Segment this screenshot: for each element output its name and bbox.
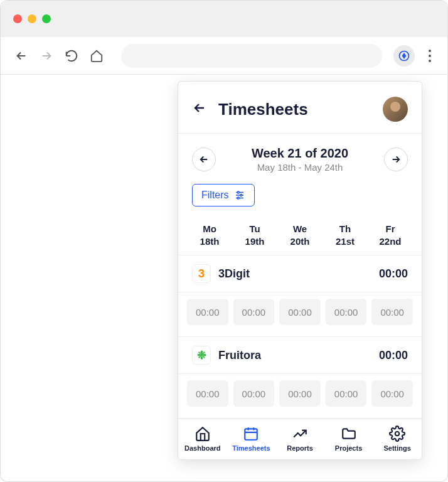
day-column: Tu19th — [232, 223, 277, 247]
nav-label: Dashboard — [184, 444, 220, 452]
page-title: Timesheets — [218, 100, 383, 119]
nav-label: Projects — [335, 444, 362, 452]
address-bar[interactable] — [121, 44, 382, 68]
nav-settings[interactable]: Settings — [373, 426, 422, 452]
project-name: Fruitora — [218, 349, 379, 362]
extension-panel: Timesheets Week 21 of 2020 May 18th - Ma… — [178, 81, 422, 460]
filters-label: Filters — [201, 190, 229, 201]
home-button[interactable] — [90, 49, 104, 63]
project-name: 3Digit — [218, 267, 379, 281]
close-window-button[interactable] — [13, 14, 22, 23]
bottom-nav: Dashboard Timesheets Reports Projects Se… — [178, 419, 422, 459]
gear-icon — [389, 426, 405, 442]
day-column: Th21st — [323, 223, 368, 247]
minimize-window-button[interactable] — [28, 14, 36, 23]
browser-menu-button[interactable] — [426, 47, 434, 65]
calendar-icon — [243, 426, 259, 442]
project-row[interactable]: 3 3Digit 00:00 — [178, 255, 422, 292]
nav-timesheets[interactable]: Timesheets — [227, 426, 276, 452]
week-title: Week 21 of 2020 — [216, 146, 384, 161]
prev-week-button[interactable] — [192, 147, 216, 171]
day-column: We20th — [277, 223, 323, 247]
week-info: Week 21 of 2020 May 18th - May 24th — [216, 146, 384, 173]
svg-point-6 — [237, 197, 239, 199]
panel-back-button[interactable] — [192, 100, 207, 118]
svg-point-4 — [237, 191, 239, 193]
nav-label: Settings — [383, 444, 410, 452]
project-icon: ❉ — [192, 346, 211, 365]
time-cell[interactable]: 00:00 — [233, 299, 275, 325]
nav-label: Timesheets — [232, 444, 270, 452]
svg-rect-7 — [245, 429, 258, 439]
browser-window: Timesheets Week 21 of 2020 May 18th - Ma… — [0, 0, 448, 482]
time-cell[interactable]: 00:00 — [326, 299, 367, 325]
time-cell[interactable]: 00:00 — [187, 299, 228, 325]
project-icon: 3 — [192, 264, 211, 283]
nav-dashboard[interactable]: Dashboard — [178, 426, 227, 452]
home-icon — [195, 426, 211, 442]
folder-icon — [341, 426, 357, 442]
chart-icon — [292, 426, 308, 442]
time-cell[interactable]: 00:00 — [233, 380, 275, 407]
traffic-lights — [13, 14, 51, 23]
panel-header: Timesheets — [178, 82, 422, 134]
time-cell[interactable]: 00:00 — [279, 299, 321, 325]
nav-reports[interactable]: Reports — [275, 426, 324, 452]
filters-button[interactable]: Filters — [192, 184, 255, 206]
time-cell[interactable]: 00:00 — [187, 380, 228, 407]
time-cell[interactable]: 00:00 — [279, 380, 321, 407]
sliders-icon — [234, 190, 245, 201]
time-cell[interactable]: 00:00 — [371, 299, 413, 325]
time-cells-row: 00:00 00:00 00:00 00:00 00:00 — [178, 374, 422, 419]
day-column: Mo18th — [187, 223, 232, 247]
project-row[interactable]: ❉ Fruitora 00:00 — [178, 337, 422, 374]
browser-toolbar — [1, 37, 447, 75]
time-cell[interactable]: 00:00 — [371, 380, 413, 407]
day-column: Fr22nd — [368, 223, 413, 247]
svg-point-5 — [240, 195, 242, 196]
days-header: Mo18th Tu19th We20th Th21st Fr22nd — [178, 217, 422, 255]
nav-label: Reports — [287, 444, 313, 452]
back-button[interactable] — [14, 49, 28, 63]
extension-icon[interactable] — [393, 45, 415, 67]
time-cells-row: 00:00 00:00 00:00 00:00 00:00 — [178, 292, 422, 337]
week-navigator: Week 21 of 2020 May 18th - May 24th — [178, 134, 422, 179]
avatar[interactable] — [383, 97, 408, 122]
window-titlebar — [1, 1, 447, 37]
project-total: 00:00 — [379, 349, 408, 362]
filters-row: Filters — [178, 179, 422, 217]
next-week-button[interactable] — [384, 147, 408, 171]
maximize-window-button[interactable] — [42, 14, 51, 23]
time-cell[interactable]: 00:00 — [326, 380, 367, 407]
content-area: Timesheets Week 21 of 2020 May 18th - Ma… — [1, 75, 447, 481]
reload-button[interactable] — [65, 49, 78, 63]
project-total: 00:00 — [379, 267, 408, 281]
svg-point-11 — [395, 432, 400, 436]
forward-button[interactable] — [40, 49, 53, 63]
nav-projects[interactable]: Projects — [324, 426, 373, 452]
week-range: May 18th - May 24th — [216, 162, 384, 173]
